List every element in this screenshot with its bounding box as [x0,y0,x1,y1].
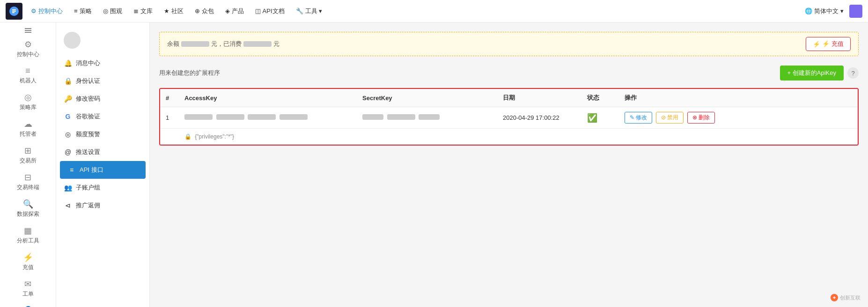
svg-rect-1 [25,28,31,29]
sidebar-item-control[interactable]: ⚙ 控制中心 [0,36,56,62]
sidebar-item-account[interactable]: 👤 账号设置 [0,302,56,307]
disable-button[interactable]: ⊘ 禁用 [656,112,684,124]
balance-bar: 余额 元，已消费 元 ⚡ ⚡ 充值 [159,32,859,56]
svg-rect-2 [25,30,31,31]
password-icon: 🔑 [64,95,72,102]
second-sidebar-item-referral[interactable]: ⊲ 推广返佣 [56,197,149,214]
second-sidebar-item-messages[interactable]: 🔔 消息中心 [56,54,149,72]
nav-item-api-doc[interactable]: ◫ API文档 [250,4,289,18]
sidebar-item-exchange[interactable]: ⊞ 交易所 [0,142,56,168]
second-sidebar-item-subaccount[interactable]: 👥 子账户组 [56,179,149,197]
messages-icon: 🔔 [64,59,72,67]
second-sidebar: 🔔 消息中心 🔒 身份认证 🔑 修改密码 G 谷歌验证 ◎ 额度预警 @ 推送设… [56,22,150,307]
sidebar-item-recharge[interactable]: ⚡ 充值 [0,249,56,275]
nav-item-community[interactable]: ★ 社区 [159,4,188,18]
secret-key-part2 [387,114,415,120]
nav-item-product[interactable]: ◈ 产品 [221,4,249,18]
col-header-status: 状态 [581,89,619,107]
row-access-key [179,107,357,129]
delete-button[interactable]: ⊗ 删除 [687,112,715,124]
user-avatar[interactable] [849,5,862,18]
top-right-actions: + 创建新的ApiKey ? [780,66,859,80]
svg-rect-3 [25,32,31,33]
table-header-row: # AccessKey SecretKey 日期 状态 操作 [160,89,858,107]
nav-community-icon: ★ [164,7,169,15]
create-apikey-button[interactable]: + 创建新的ApiKey [780,66,844,80]
sidebar-control-icon: ⚙ [24,39,32,50]
second-sidebar-item-identity[interactable]: 🔒 身份认证 [56,72,149,90]
referral-icon: ⊲ [64,202,72,209]
help-icon[interactable]: ? [847,67,859,79]
sidebar-item-data-explore[interactable]: 🔍 数据探索 [0,195,56,222]
sidebar-exchange-icon: ⊞ [24,146,31,156]
nav-guiguan-icon: ◎ [103,7,108,15]
nav-product-icon: ◈ [225,7,230,15]
row-actions: ✎ 修改 ⊘ 禁用 ⊗ 删除 [619,107,858,129]
sidebar-trustee-icon: ☁ [24,119,32,129]
identity-icon: 🔒 [64,77,72,85]
top-nav-right: 🌐 简体中文 ▾ [805,5,862,18]
api-table: # AccessKey SecretKey 日期 状态 操作 1 [160,89,858,145]
privileges-row: 🔒 {"privileges":"*"} [160,129,858,145]
balance-text: 余额 元，已消费 元 [167,40,280,48]
recharge-icon: ⚡ [813,41,820,48]
sidebar-strategy-icon: ◎ [24,92,32,102]
row-date: 2020-04-29 17:00:22 [497,107,581,129]
nav-item-guiguan[interactable]: ◎ 围观 [98,4,127,18]
edit-icon: ✎ [630,114,634,121]
sidebar-item-robot[interactable]: ≡ 机器人 [0,62,56,88]
access-key-part2 [216,114,244,120]
access-key-part3 [248,114,276,120]
row-num: 1 [160,107,179,129]
subaccount-icon: 👥 [64,184,72,191]
user-card-avatar [64,32,81,49]
api-table-wrapper: # AccessKey SecretKey 日期 状态 操作 1 [159,88,859,146]
page-subtitle: 用来创建您的扩展程序 [159,69,220,77]
second-sidebar-header [56,28,149,54]
secret-key-part3 [419,114,440,120]
secret-key-part1 [362,114,383,120]
nav-item-tools[interactable]: 🔧 工具 ▾ [291,4,327,18]
second-sidebar-item-api[interactable]: ≡ API 接口 [60,161,146,179]
sidebar-item-analysis[interactable]: ▦ 分析工具 [0,222,56,249]
balance-amount-masked [181,41,209,47]
col-header-action: 操作 [619,89,858,107]
sidebar-item-strategy[interactable]: ◎ 策略库 [0,88,56,115]
row-status: ✅ [581,107,619,129]
col-header-access: AccessKey [179,89,357,107]
access-key-part4 [280,114,308,120]
recharge-button[interactable]: ⚡ ⚡ 充值 [806,37,851,51]
sidebar-robot-icon: ≡ [25,66,30,76]
quota-icon: ◎ [64,131,72,138]
google-icon: G [64,113,72,120]
lang-selector[interactable]: 🌐 简体中文 ▾ [805,7,844,15]
second-sidebar-item-push[interactable]: @ 推送设置 [56,143,149,161]
nav-item-control-center[interactable]: ⚙ 控制中心 [26,4,67,18]
row-secret-key [357,107,497,129]
sidebar-tickets-icon: ✉ [24,279,31,289]
sidebar-recharge-icon: ⚡ [23,252,33,263]
nav-control-icon: ⚙ [31,7,37,15]
nav-item-crowdsource[interactable]: ⊕ 众包 [190,4,219,18]
nav-api-icon: ◫ [255,7,261,15]
nav-item-library[interactable]: ≣ 文库 [129,4,157,18]
sidebar-menu-toggle[interactable] [19,26,37,35]
nav-item-strategy[interactable]: ≡ 策略 [69,4,96,18]
sidebar-item-tickets[interactable]: ✉ 工单 [0,275,56,302]
sidebar-item-trustee[interactable]: ☁ 托管者 [0,115,56,142]
sidebar-data-icon: 🔍 [23,199,33,209]
second-sidebar-item-google[interactable]: G 谷歌验证 [56,108,149,125]
col-header-date: 日期 [497,89,581,107]
sidebar-item-terminal[interactable]: ⊟ 交易终端 [0,168,56,195]
second-sidebar-item-password[interactable]: 🔑 修改密码 [56,90,149,108]
user-card [64,32,142,49]
nav-tools-icon: 🔧 [296,7,303,15]
main-content: 余额 元，已消费 元 ⚡ ⚡ 充值 用来创建您的扩展程序 + 创建新的ApiKe… [150,22,868,307]
edit-button[interactable]: ✎ 修改 [625,112,652,124]
consumed-amount-masked [243,41,272,47]
access-key-part1 [184,114,213,120]
second-sidebar-item-quota[interactable]: ◎ 额度预警 [56,125,149,143]
status-ok-icon: ✅ [587,113,597,123]
push-icon: @ [64,148,72,156]
col-header-secret: SecretKey [357,89,497,107]
